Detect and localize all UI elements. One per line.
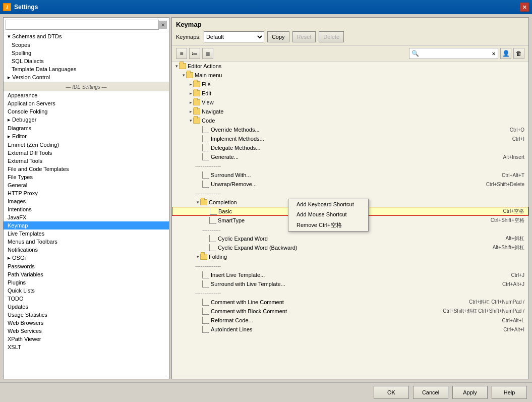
remove-shortcut-item[interactable]: Remove Ctrl+空格 <box>288 219 368 231</box>
help-button[interactable]: Help <box>492 386 527 399</box>
keymap-tree-row[interactable]: Unwrap/Remove...Ctrl+Shift+Delete <box>172 180 528 189</box>
left-tree-item[interactable]: JavaFX <box>4 213 169 221</box>
user-icon-button[interactable]: 👤 <box>500 48 511 59</box>
keymap-tree-row[interactable]: ▸Edit <box>172 89 528 98</box>
left-tree-item[interactable]: Live Templates <box>4 229 169 238</box>
keymap-tree-row[interactable]: ▾Main menu <box>172 71 528 80</box>
left-tree-item[interactable]: Diagrams <box>4 124 169 132</box>
left-tree-item[interactable]: File and Code Templates <box>4 165 169 173</box>
separator-label: -------------- <box>195 263 528 269</box>
add-keyboard-shortcut-item[interactable]: Add Keyboard Shortcut <box>288 199 368 209</box>
left-tree-item[interactable]: Keymap <box>4 221 169 229</box>
collapse-all-button[interactable]: ≔ <box>189 48 200 59</box>
left-tree-item[interactable]: Emmet (Zen Coding) <box>4 141 169 149</box>
keymap-tree-row[interactable]: Surround with Live Template...Ctrl+Alt+J <box>172 279 528 289</box>
keymap-tree-row[interactable]: ▸View <box>172 98 528 107</box>
left-tree-item[interactable]: Menus and Toolbars <box>4 238 169 246</box>
copy-button[interactable]: Copy <box>267 31 289 42</box>
keymap-tree-row[interactable]: Cyclic Expand Word (Backward)Alt+Shift+斜… <box>172 243 528 252</box>
left-tree-item[interactable]: Web Browsers <box>4 319 169 327</box>
left-tree-item[interactable]: Appearance <box>4 91 169 99</box>
close-button[interactable]: ✕ <box>520 3 529 12</box>
expand-all-button[interactable]: ≡ <box>176 48 187 59</box>
apply-button[interactable]: Apply <box>452 386 488 399</box>
expand-icon[interactable]: ▾ <box>195 254 200 259</box>
left-tree-item[interactable]: Path Variables <box>4 270 169 278</box>
keymap-tree-row[interactable]: Insert Live Template...Ctrl+J <box>172 270 528 279</box>
left-tree-item[interactable]: Plugins <box>4 278 169 286</box>
keymap-tree-row[interactable]: Surround With...Ctrl+Alt+T <box>172 170 528 180</box>
left-tree-item[interactable]: Intentions <box>4 205 169 213</box>
keymap-tree-row[interactable]: Generate...Alt+Insert <box>172 152 528 161</box>
tree-item-label: Code <box>202 118 528 124</box>
search-input[interactable] <box>6 20 159 30</box>
tree-item-label: Completion <box>209 199 528 205</box>
expand-icon[interactable]: ▸ <box>188 82 193 87</box>
keymap-tree-row[interactable]: Cyclic Expand WordAlt+斜杠 <box>172 234 528 243</box>
clear-search-button[interactable]: ✕ <box>159 21 167 29</box>
left-tree-item[interactable]: Console Folding <box>4 107 169 116</box>
left-tree-item[interactable]: External Diff Tools <box>4 149 169 157</box>
left-tree-item[interactable]: External Tools <box>4 157 169 165</box>
expand-icon[interactable]: ▸ <box>188 109 193 114</box>
left-tree-item[interactable]: HTTP Proxy <box>4 189 169 197</box>
expand-icon[interactable]: ▾ <box>195 200 200 205</box>
keymap-tree-row[interactable]: AutoIndent LinesCtrl+Alt+I <box>172 325 528 334</box>
keymap-tree-row[interactable]: ▾Folding <box>172 252 528 261</box>
keymap-tree-row[interactable]: ▸File <box>172 80 528 89</box>
left-tree-item[interactable]: Scopes <box>4 41 169 49</box>
keymap-tree-row[interactable]: ▸Navigate <box>172 107 528 116</box>
clear-search-icon[interactable]: ✕ <box>492 51 496 56</box>
left-tree-item[interactable]: Spelling <box>4 49 169 57</box>
expand-icon[interactable]: ▸ <box>188 91 193 96</box>
cancel-button[interactable]: Cancel <box>413 386 448 399</box>
left-tree-item[interactable]: File Types <box>4 173 169 181</box>
keymap-tree-row[interactable]: Comment with Line CommentCtrl+斜杠 Ctrl+Nu… <box>172 298 528 307</box>
left-tree-item[interactable]: Template Data Languages <box>4 65 169 73</box>
left-tree-item[interactable]: Usage Statistics <box>4 311 169 319</box>
keymap-tree-row[interactable]: -------------- <box>172 161 528 170</box>
left-tree-item[interactable]: ▸ Version Control <box>4 73 169 82</box>
keymap-tree-row[interactable]: Reformat Code...Ctrl+Alt+L <box>172 316 528 325</box>
expand-icon[interactable]: ▾ <box>188 118 193 123</box>
keymap-tree-row[interactable]: Delegate Methods... <box>172 143 528 152</box>
left-tree-item[interactable]: Updates <box>4 303 169 311</box>
left-tree-item[interactable]: Application Servers <box>4 99 169 107</box>
expand-icon[interactable]: ▸ <box>188 100 193 105</box>
keymap-tree-row[interactable]: -------------- <box>172 261 528 270</box>
left-tree-item[interactable]: Quick Lists <box>4 286 169 295</box>
reset-button[interactable]: Reset <box>292 31 316 42</box>
sort-button[interactable]: ≣ <box>202 48 213 59</box>
delete-button[interactable]: Delete <box>319 31 344 42</box>
left-tree-item[interactable]: ▸ Debugger <box>4 116 169 124</box>
keymap-tree-row[interactable]: Implement Methods...Ctrl+I <box>172 134 528 143</box>
left-tree-item[interactable]: XSLT <box>4 343 169 351</box>
keymap-tree-row[interactable]: Override Methods...Ctrl+O <box>172 125 528 134</box>
keymap-tree-row[interactable]: Comment with Block CommentCtrl+Shift+斜杠 … <box>172 307 528 316</box>
left-tree-item[interactable]: SQL Dialects <box>4 57 169 65</box>
keymap-tree-row[interactable]: -------------- <box>172 189 528 198</box>
action-icon <box>202 153 209 160</box>
keymap-select[interactable]: Default <box>204 31 264 42</box>
left-tree-item[interactable]: ▸ OSGi <box>4 254 169 262</box>
keymap-search-input[interactable] <box>420 50 491 56</box>
left-tree-item[interactable]: Notifications <box>4 246 169 254</box>
left-tree-item[interactable]: XPath Viewer <box>4 335 169 343</box>
left-tree-item[interactable]: Images <box>4 197 169 205</box>
left-tree-item[interactable]: Passwords <box>4 262 169 270</box>
left-tree-item[interactable]: ▸ Editor <box>4 132 169 141</box>
keymap-tree-row[interactable]: -------------- <box>172 289 528 298</box>
keymap-tree-area[interactable]: ▾Editor Actions▾Main menu▸File▸Edit▸View… <box>172 62 528 379</box>
left-tree-item[interactable]: Web Services <box>4 327 169 335</box>
left-tree-item[interactable]: ▾ Schemas and DTDs <box>4 32 169 41</box>
expand-icon[interactable]: ▾ <box>174 64 179 69</box>
expand-icon[interactable]: ▾ <box>181 73 186 78</box>
left-tree-item[interactable]: TODO <box>4 295 169 303</box>
add-mouse-shortcut-item[interactable]: Add Mouse Shortcut <box>288 209 368 219</box>
left-tree-item[interactable]: General <box>4 181 169 189</box>
ok-button[interactable]: OK <box>374 386 409 399</box>
keymap-tree-row[interactable]: ▾Code <box>172 116 528 125</box>
keymap-tree-row[interactable]: ▾Editor Actions <box>172 62 528 71</box>
trash-icon-button[interactable]: 🗑 <box>513 48 524 59</box>
tree-item-label: Insert Live Template... <box>211 272 511 278</box>
